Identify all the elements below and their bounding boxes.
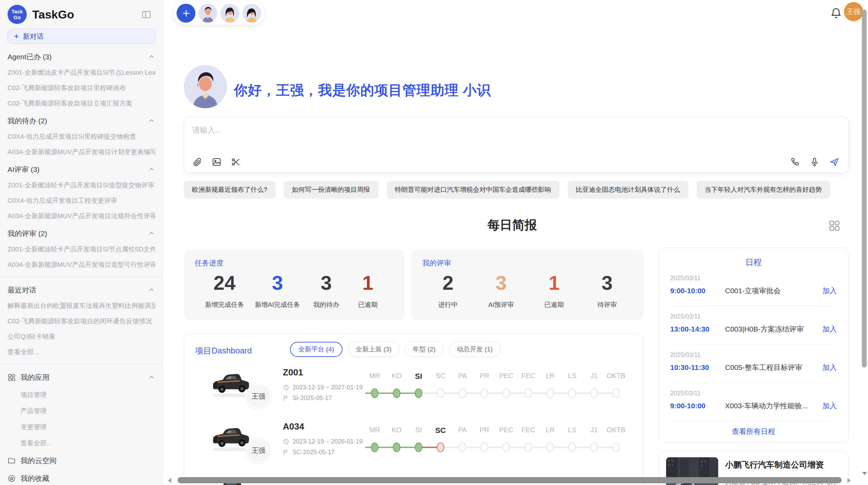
- join-meeting-link[interactable]: 加入: [822, 363, 837, 372]
- stat-ai-prereview: 3AI预评审: [486, 271, 517, 309]
- section-header-ai-review[interactable]: AI评审 (3): [8, 165, 155, 174]
- section-header-agent-done[interactable]: Agent已办 (3): [8, 52, 155, 62]
- sidebar-item[interactable]: C02-飞腾新能源轻客改款项目里程碑画布: [8, 84, 155, 92]
- suggestion-chip[interactable]: 比亚迪全固态电池计划具体说了什么: [568, 181, 688, 199]
- app-logo: Task Go: [8, 5, 27, 24]
- sidebar-item-my-apps[interactable]: 我的应用: [8, 373, 155, 382]
- news-title: 小鹏飞行汽车制造公司增资: [725, 459, 841, 470]
- section-header-recent-chats[interactable]: 最近对话: [8, 285, 155, 295]
- vertical-scrollbar-thumb[interactable]: [862, 10, 867, 368]
- image-icon[interactable]: [212, 157, 222, 167]
- suggestion-chip[interactable]: 特朗普可能对进口汽车增税会对中国车企造成哪些影响: [387, 181, 559, 199]
- view-all-schedule-link[interactable]: 查看所有日程: [670, 427, 837, 436]
- microphone-icon[interactable]: [809, 157, 820, 167]
- view-all-apps[interactable]: 查看全部..: [21, 439, 155, 448]
- tab-new-platform[interactable]: 全新平台 (4): [290, 342, 342, 357]
- suggestion-chip[interactable]: 欧洲新规最近颁布了什么?: [184, 181, 276, 199]
- milestone-node: [393, 388, 400, 398]
- tab-model-year[interactable]: 年型 (2): [405, 342, 444, 357]
- add-conversation-button[interactable]: [177, 4, 195, 23]
- project-row[interactable]: 王强 Z001 2023-12-19 ~ 2027-01-19 SI-2025-…: [184, 365, 643, 419]
- task-progress-card: 任务进度 24新增完成任务 3新增AI完成任务 3我的待办 1已逾期: [184, 250, 405, 320]
- section-title: Agent已办 (3): [8, 52, 51, 62]
- app-item-change[interactable]: 变更管理: [21, 423, 155, 432]
- join-meeting-link[interactable]: 加入: [822, 324, 837, 334]
- hscroll-right-arrow[interactable]: [847, 478, 851, 483]
- milestone-timeline: MRKOSISCPAPRPECFECLRLSJ1OKTB: [364, 426, 627, 457]
- project-name: Z001: [283, 367, 303, 378]
- join-meeting-link[interactable]: 加入: [822, 401, 837, 411]
- view-all-chats[interactable]: 查看全部...: [8, 348, 155, 357]
- schedule-name: C003|H0B-方案冻结评审: [725, 324, 819, 334]
- schedule-date: 2025/03/11: [670, 390, 837, 397]
- avatar-conversation-3[interactable]: [242, 4, 261, 23]
- milestone-node: [437, 388, 444, 398]
- join-meeting-link[interactable]: 加入: [822, 286, 837, 296]
- sidebar-item[interactable]: Z001-全新燃油皮卡产品开发项目SI节点Lesson Learn报告: [8, 68, 155, 77]
- project-owner-badge: 王强: [245, 384, 272, 409]
- tab-powertrain[interactable]: 动总开发 (1): [449, 342, 501, 357]
- vscroll-down-arrow[interactable]: [862, 472, 867, 475]
- suggestion-chip[interactable]: 当下年轻人对汽车外观有怎样的喜好趋势: [697, 181, 830, 199]
- daily-briefing-title: 每日简报: [163, 217, 861, 234]
- hscroll-left-arrow[interactable]: [168, 478, 171, 483]
- sidebar-item[interactable]: Z001-全新燃油轻卡产品开发项目SI造型提交物评审: [8, 181, 155, 190]
- avatar-conversation-1[interactable]: [198, 4, 217, 23]
- app-item-product[interactable]: 产品管理: [21, 407, 155, 415]
- schedule-date: 2025/03/11: [670, 275, 837, 282]
- sidebar-item[interactable]: 解释最新出台的欧盟报废车法规再生塑料比例被调至15%...: [8, 301, 155, 310]
- sidebar-item[interactable]: C0X4-动力总成开发项目SI里程碑提交物检查: [8, 132, 155, 141]
- scissors-icon[interactable]: [231, 157, 241, 167]
- sidebar-item[interactable]: A034-全新新能源MUV产品开发项目造型可行性评审: [8, 260, 155, 269]
- my-review-card: 我的评审 2进行中 3AI预评审 1已逾期 3待评审: [411, 250, 644, 320]
- section-title: 我的评审 (2): [8, 229, 47, 238]
- project-dashboard-card: 项目Dashboard 全新平台 (4) 全新上装 (3) 年型 (2) 动总开…: [184, 334, 644, 485]
- user-avatar[interactable]: 王强: [844, 2, 863, 21]
- send-icon[interactable]: [829, 157, 840, 167]
- assistant-avatar: [184, 65, 227, 108]
- phone-call-icon[interactable]: [789, 157, 800, 167]
- star-circle-icon: [8, 474, 16, 483]
- layout-grid-icon[interactable]: [828, 220, 841, 232]
- milestone-node-overdue: [437, 443, 444, 452]
- app-item-project[interactable]: 项目管理: [21, 390, 155, 399]
- suggestion-chip[interactable]: 如何写一份清晰的项目周报: [284, 181, 378, 199]
- section-header-my-todo[interactable]: 我的待办 (2): [8, 116, 155, 126]
- sidebar-item[interactable]: A034-全新新能源MUV产品开发项目法规符合性评审: [8, 212, 155, 221]
- milestone-node: [568, 388, 576, 398]
- conversation-switcher: [173, 2, 265, 25]
- sidebar-item[interactable]: C02-飞腾新能源轻客改款项目的闭环通告反馈情况: [8, 317, 155, 326]
- horizontal-scrollbar-thumb[interactable]: [178, 477, 842, 483]
- chat-composer: [184, 117, 849, 173]
- project-row[interactable]: 王强 A034 2023-12-19 ~ 2026-01-19 SC-2025-…: [184, 419, 643, 473]
- attachment-icon[interactable]: [192, 157, 203, 167]
- milestone-node: [481, 443, 488, 452]
- milestone-node: [590, 388, 598, 398]
- chat-input[interactable]: [192, 123, 741, 137]
- new-chat-label: 新对话: [23, 32, 44, 41]
- app-screen: Task Go TaskGo + 新对话 Agent已办 (3) Z001-全新…: [0, 0, 868, 485]
- milestone-node: [459, 443, 466, 452]
- sidebar-item-cloud-space[interactable]: 我的云空间: [8, 456, 155, 465]
- sidebar-collapse-icon[interactable]: [140, 8, 153, 21]
- sidebar-item[interactable]: A034-全新新能源MUV产品开发项目计划变更表编写: [8, 148, 155, 157]
- stat-overdue: 1已逾期: [352, 271, 383, 309]
- tab-new-body[interactable]: 全新上装 (3): [348, 342, 400, 357]
- schedule-time: 9:00-10:00: [670, 402, 725, 410]
- composer-right-icons: [789, 157, 840, 167]
- stat-review-overdue: 1已逾期: [539, 271, 569, 309]
- sidebar-item[interactable]: C02-飞腾新能源轻客改款项目立项汇报方案: [8, 99, 155, 108]
- milestone-node: [481, 388, 488, 398]
- chevron-up-icon: [148, 53, 155, 61]
- plus-icon: [181, 9, 191, 18]
- new-chat-button[interactable]: + 新对话: [8, 29, 155, 44]
- sidebar-item[interactable]: Z001-全新燃油轻卡产品开发项目SI节点属性5D文件评审: [8, 245, 155, 254]
- schedule-time: 9:00-10:00: [670, 287, 725, 295]
- sidebar-item[interactable]: 公司Q3轻卡销量: [8, 332, 155, 341]
- sidebar-item[interactable]: C0X4-动力总成开发项目工程变更评审: [8, 196, 155, 205]
- sidebar-item-favorites[interactable]: 我的收藏: [8, 474, 155, 483]
- notifications-bell-icon[interactable]: [830, 7, 842, 19]
- avatar-conversation-2[interactable]: [220, 4, 239, 23]
- milestone-node: [393, 443, 400, 452]
- section-header-my-review[interactable]: 我的评审 (2): [8, 229, 155, 238]
